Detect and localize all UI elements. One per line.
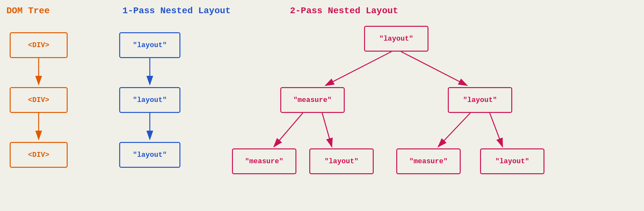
pass2-rr: "layout": [480, 148, 544, 174]
dom-node-2: <DIV>: [10, 87, 68, 113]
dom-node-1: <DIV>: [10, 32, 68, 58]
pass2-arrow-right-rr: [490, 113, 503, 147]
title-dom: DOM Tree: [6, 6, 50, 16]
pass2-arrow-right-rl: [438, 113, 470, 147]
pass2-arrow-left-lr: [322, 113, 332, 147]
pass1-node-1: "layout": [119, 32, 180, 58]
pass2-lr: "layout": [309, 148, 374, 174]
pass2-ll: "measure": [232, 148, 296, 174]
pass2-arrow-root-left: [325, 52, 391, 85]
title-1pass: 1-Pass Nested Layout: [122, 6, 231, 16]
pass2-root: "layout": [364, 26, 428, 52]
title-2pass: 2-Pass Nested Layout: [290, 6, 398, 16]
pass2-arrow-left-ll: [274, 113, 303, 147]
pass2-right: "layout": [448, 87, 512, 113]
pass2-left: "measure": [280, 87, 345, 113]
pass2-arrow-root-right: [401, 52, 467, 85]
pass1-node-3: "layout": [119, 142, 180, 168]
dom-node-3: <DIV>: [10, 142, 68, 168]
pass2-rl: "measure": [396, 148, 461, 174]
diagram-container: DOM Tree 1-Pass Nested Layout 2-Pass Nes…: [0, 0, 644, 211]
pass1-node-2: "layout": [119, 87, 180, 113]
